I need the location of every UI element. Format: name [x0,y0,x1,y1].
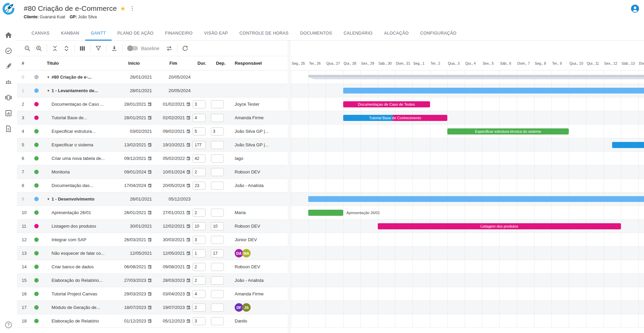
calendar-icon[interactable] [148,237,152,242]
start-date-cell[interactable]: 29/03/2023 [114,291,154,296]
calendar-icon[interactable] [148,292,152,296]
start-date-cell[interactable]: 26/03/2021 [114,237,154,242]
table-row[interactable]: 15Elaboração do Relatório...27/03/202328… [17,274,288,287]
duration-input[interactable]: 4 [193,114,206,122]
zoom-out-icon[interactable] [22,43,33,54]
calendar-icon[interactable] [186,292,191,296]
table-row[interactable]: 3Tutorial Base de...28/01/202102/02/2021… [17,111,288,125]
task-bar[interactable]: Documentaçao de Caso de Testes [343,101,430,107]
dependency-input[interactable]: 3 [211,127,224,136]
end-date-cell[interactable]: 28/03/2023 [154,278,193,283]
calendar-icon[interactable] [148,265,152,269]
end-date-cell[interactable]: 19/10/2021 [154,142,193,147]
end-date-cell[interactable]: 02/02/2021 [154,115,193,120]
baseline-toggle-knob[interactable] [127,45,133,51]
calendar-icon[interactable] [186,210,191,215]
columns-icon[interactable] [77,43,88,54]
calendar-icon[interactable] [148,170,152,174]
reports-icon[interactable] [4,109,13,117]
task-bar[interactable] [308,210,343,216]
task-bar[interactable]: Especificar estrutura técnica do sistema [447,128,569,134]
duration-input[interactable]: 2 [193,263,206,271]
parent-task-bar[interactable] [308,196,644,202]
avatar[interactable]: MA [242,249,251,257]
dependency-input[interactable]: 17 [211,249,224,257]
end-date-cell[interactable]: 20/05/2024 [154,183,193,188]
duration-input[interactable]: 2 [193,304,206,312]
table-row[interactable]: 1▼1 - Levantamento de...28/01/202120/05/… [17,84,288,98]
dependency-input[interactable] [211,114,224,122]
tab-financeiro[interactable]: FINANCEIRO [159,26,198,40]
star-icon[interactable]: ★ [120,5,126,12]
tab-configura-o[interactable]: CONFIGURAÇÃO [414,26,462,40]
start-date-cell[interactable]: 09/12/2021 [114,156,154,161]
start-date-cell[interactable]: 18/07/2023 [114,305,154,310]
start-date-cell[interactable]: 17/04/2024 [114,183,154,188]
refresh-icon[interactable] [179,43,191,54]
duration-input[interactable]: 3 [193,317,206,325]
duration-input[interactable]: 3 [193,236,206,244]
dependency-input[interactable]: 10 [211,222,224,230]
dependency-input[interactable] [211,290,224,298]
end-date-cell[interactable]: 10/01/2024 [154,169,193,174]
tab-canvas[interactable]: CANVAS [26,26,55,40]
tasks-icon[interactable] [4,47,13,55]
duration-input[interactable]: 42 [193,154,206,163]
calendar-icon[interactable] [148,116,152,120]
table-row[interactable]: 12Integrar com SAP26/03/202130/03/20213J… [17,233,288,247]
expand-all-icon[interactable] [61,43,72,54]
table-row[interactable]: 6Criar uma nova tabela de...09/12/202105… [17,152,288,165]
task-bar[interactable]: Tutorial Base de Conhecimento [343,115,447,121]
calendar-icon[interactable] [186,305,191,310]
tab-gantt[interactable]: GANTT [85,26,112,40]
dependency-input[interactable] [211,304,224,312]
calendar-icon[interactable] [148,143,152,147]
collapse-all-icon[interactable] [49,43,61,54]
end-date-cell[interactable]: 19/07/2023 [154,305,193,310]
dependency-input[interactable] [211,168,224,176]
end-date-cell[interactable]: 12/02/2021 [154,224,193,229]
duration-input[interactable]: 4 [193,290,206,298]
duration-input[interactable]: 1 [193,249,206,257]
duration-input[interactable]: 177 [193,141,206,149]
help-icon[interactable]: ? [4,321,13,329]
calendar-icon[interactable] [148,305,152,310]
start-date-cell[interactable]: 28/01/2021 [114,102,154,107]
tab-kanban[interactable]: KANBAN [55,26,85,40]
calendar-icon[interactable] [186,251,191,255]
table-row[interactable]: 11Listagem dos produtos30/01/202112/02/2… [17,220,288,233]
table-row[interactable]: 7Monitoria09/01/202410/01/20242Robson DE… [17,165,288,179]
dependency-input[interactable] [211,182,224,190]
calendar-icon[interactable] [186,265,191,269]
tab-controle-de-horas[interactable]: CONTROLE DE HORAS [234,26,294,40]
calendar-icon[interactable] [186,156,191,161]
duration-input[interactable]: 3 [193,100,206,108]
duration-input[interactable]: 2 [193,168,206,176]
start-date-cell[interactable]: 27/03/2023 [114,278,154,283]
baseline-toggle[interactable]: Baseline [128,46,159,51]
parent-task-bar[interactable] [343,88,644,93]
calendar-icon[interactable] [186,319,191,323]
tab-calend-rio[interactable]: CALENDÁRIO [338,26,378,40]
start-date-cell[interactable]: 28/01/2021 [114,115,154,120]
start-date-cell[interactable]: 09/01/2024 [114,169,154,174]
table-row[interactable]: 4Especificar estrutura...03/02/202109/02… [17,125,288,138]
collapse-caret-icon[interactable]: ▼ [47,197,50,201]
documents-icon[interactable] [4,125,13,133]
dependency-input[interactable] [211,209,224,217]
panel-splitter[interactable] [288,41,290,333]
table-row[interactable]: 16Tutorial Project Canvas29/03/202303/04… [17,287,288,301]
calendar-icon[interactable] [186,129,191,133]
end-date-cell[interactable]: 05/02/2022 [154,156,193,161]
calendar-icon[interactable] [186,102,191,106]
calendar-icon[interactable] [148,102,152,106]
end-date-cell[interactable]: 05/12/2023 [154,318,193,324]
tab-aloca-o[interactable]: ALOCAÇÃO [378,26,414,40]
table-row[interactable]: 10Apresentação 26/0126/01/202127/01/2021… [17,206,288,220]
download-icon[interactable] [109,43,120,54]
table-row[interactable]: 0▼#80 Criação de e-...26/01/202120/05/20… [17,70,288,84]
end-date-cell[interactable]: 12/05/2021 [154,251,193,256]
table-row[interactable]: 13Não esquecer de falar co...12/05/20211… [17,247,288,260]
calendar-icon[interactable] [148,210,152,215]
project-summary-bar[interactable] [308,75,644,79]
